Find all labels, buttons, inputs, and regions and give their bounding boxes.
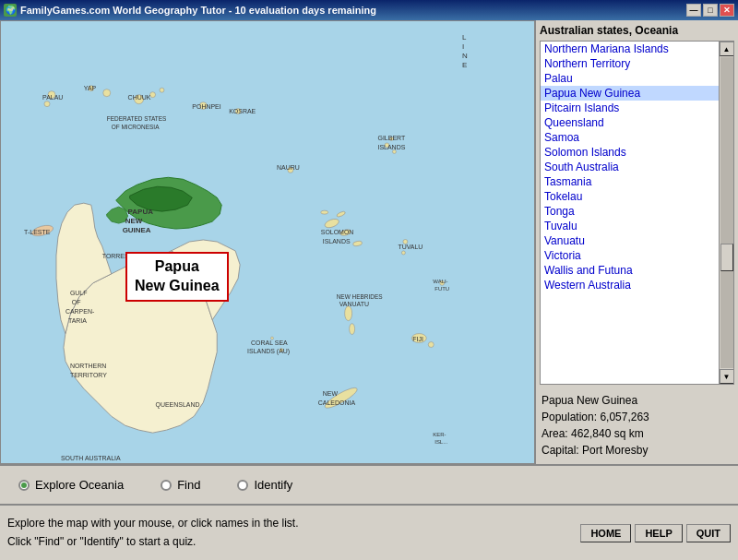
svg-text:NAURU: NAURU [277, 164, 300, 171]
svg-text:PAPUA: PAPUA [128, 208, 154, 216]
radio-explore-circle[interactable] [18, 480, 30, 491]
svg-text:ISLANDS (AU): ISLANDS (AU) [247, 348, 290, 355]
list-item[interactable]: Northern Territory [541, 56, 719, 71]
svg-text:QUEENSLAND: QUEENSLAND [156, 401, 200, 409]
svg-text:CORAL SEA: CORAL SEA [251, 340, 288, 346]
radio-identify[interactable]: Identify [237, 478, 292, 492]
png-label-line1: Papua [155, 258, 199, 274]
svg-text:CALEDONIA: CALEDONIA [318, 399, 356, 406]
list-item[interactable]: Vanuatu [541, 233, 719, 248]
svg-text:ISL...: ISL... [434, 439, 447, 445]
svg-text:OF MICRONESIA: OF MICRONESIA [112, 124, 160, 130]
info-name: Papua New Guinea [542, 392, 732, 409]
svg-text:I: I [462, 42, 464, 51]
svg-text:L: L [462, 33, 467, 42]
scroll-track[interactable] [720, 57, 733, 368]
svg-text:GULF: GULF [70, 290, 88, 296]
svg-text:NEW HEBRIDES: NEW HEBRIDES [337, 293, 384, 300]
svg-point-24 [345, 306, 352, 321]
svg-text:TARIA: TARIA [68, 317, 87, 324]
svg-point-28 [428, 342, 434, 348]
quit-button[interactable]: QUIT [686, 524, 731, 542]
svg-text:YAP: YAP [84, 85, 97, 91]
main-content: L I N E PALAU YAP CHUUK FEDERATED STATES… [0, 20, 738, 464]
right-panel: Australian states, Oceania Northern Mari… [535, 20, 738, 464]
svg-text:FUTU: FUTU [434, 286, 449, 292]
svg-text:CARPEN-: CARPEN- [65, 308, 95, 315]
list-item[interactable]: Tonga [541, 204, 719, 219]
svg-point-25 [350, 324, 355, 335]
radio-explore-label: Explore Oceania [35, 478, 124, 492]
scroll-thumb[interactable] [720, 244, 733, 271]
svg-text:N: N [462, 52, 468, 60]
svg-point-15 [150, 92, 156, 98]
info-box: Papua New Guinea Population: 6,057,263 A… [540, 390, 734, 460]
radio-bar: Explore Oceania Find Identify [0, 464, 738, 505]
list-item[interactable]: Wallis and Futuna [541, 263, 719, 278]
list-item[interactable]: South Australia [541, 160, 719, 174]
radio-identify-circle[interactable] [237, 480, 248, 491]
radio-identify-label: Identify [254, 478, 292, 492]
svg-text:E: E [462, 61, 467, 69]
svg-text:GILBERT: GILBERT [378, 135, 406, 141]
svg-point-23 [401, 251, 405, 255]
list-item[interactable]: Tasmania [541, 174, 719, 189]
list-item[interactable]: Palau [541, 71, 719, 86]
list-container[interactable]: Northern Mariana IslandsNorthern Territo… [540, 41, 734, 385]
bottom-buttons: HOME HELP QUIT [580, 524, 731, 542]
minimize-button[interactable]: — [686, 4, 701, 17]
svg-text:FIJI: FIJI [412, 336, 423, 342]
svg-text:NEW: NEW [125, 217, 143, 225]
bottom-line1: Explore the map with your mouse, or clic… [7, 515, 298, 532]
svg-text:NORTHERN: NORTHERN [70, 363, 106, 369]
close-button[interactable]: ✕ [720, 4, 734, 17]
bottom-bar: Explore the map with your mouse, or clic… [0, 505, 738, 560]
home-button[interactable]: HOME [580, 524, 631, 542]
svg-text:WALI-: WALI- [433, 279, 447, 284]
list-item[interactable]: Samoa [541, 130, 719, 145]
svg-text:VANUATU: VANUATU [339, 301, 369, 307]
list-items: Northern Mariana IslandsNorthern Territo… [541, 42, 719, 384]
svg-text:CHUUK: CHUUK [128, 94, 151, 101]
radio-explore[interactable]: Explore Oceania [18, 478, 124, 492]
info-population: Population: 6,057,263 [542, 409, 732, 425]
svg-point-16 [160, 88, 164, 92]
map-svg: L I N E PALAU YAP CHUUK FEDERATED STATES… [1, 21, 534, 463]
list-item[interactable]: Tuvalu [541, 219, 719, 233]
list-item[interactable]: Western Australia [541, 278, 719, 292]
radio-find-label: Find [177, 478, 200, 492]
list-item[interactable]: Papua New Guinea [541, 86, 719, 101]
svg-text:KOSRAE: KOSRAE [229, 108, 256, 114]
svg-text:SOUTH AUSTRALIA: SOUTH AUSTRALIA [61, 455, 121, 461]
svg-text:SOLOMON: SOLOMON [321, 229, 354, 235]
list-item[interactable]: Tokelau [541, 189, 719, 204]
svg-text:ISLANDS: ISLANDS [378, 144, 406, 150]
scrollbar[interactable]: ▲ ▼ [719, 42, 733, 384]
png-label: Papua New Guinea [125, 252, 229, 302]
map-area[interactable]: L I N E PALAU YAP CHUUK FEDERATED STATES… [0, 20, 535, 464]
svg-text:NEW: NEW [323, 390, 339, 397]
svg-point-20 [44, 101, 50, 107]
svg-text:GUINEA: GUINEA [123, 226, 151, 234]
png-label-line2: New Guinea [135, 278, 220, 293]
svg-point-13 [103, 89, 111, 97]
list-item[interactable]: Solomon Islands [541, 145, 719, 160]
list-item[interactable]: Victoria [541, 248, 719, 263]
info-area: Area: 462,840 sq km [542, 425, 732, 442]
title-bar: 🌍 FamilyGames.com World Geography Tutor … [0, 0, 738, 20]
scroll-up-button[interactable]: ▲ [720, 42, 734, 56]
svg-text:TERRITORY: TERRITORY [70, 372, 107, 378]
svg-text:PALAU: PALAU [42, 94, 63, 101]
scroll-down-button[interactable]: ▼ [720, 369, 734, 384]
info-capital: Capital: Port Moresby [542, 442, 732, 459]
list-item[interactable]: Queensland [541, 115, 719, 130]
svg-text:KER-: KER- [433, 432, 446, 437]
list-item[interactable]: Pitcairn Islands [541, 101, 719, 115]
radio-find-circle[interactable] [161, 480, 172, 491]
svg-text:POHNPEI: POHNPEI [192, 103, 220, 110]
svg-point-11 [321, 210, 328, 214]
radio-find[interactable]: Find [161, 478, 200, 492]
maximize-button[interactable]: □ [703, 4, 718, 17]
help-button[interactable]: HELP [635, 524, 682, 542]
list-item[interactable]: Northern Mariana Islands [541, 42, 719, 56]
